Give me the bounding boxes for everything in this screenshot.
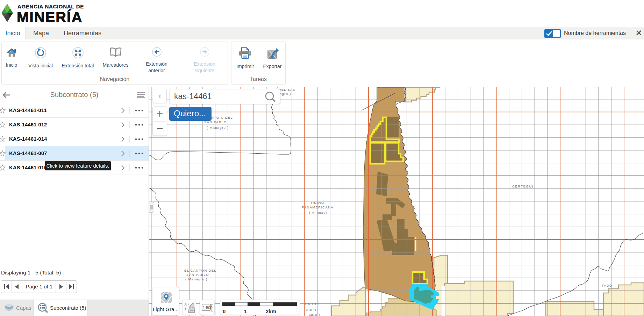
svg-text:( Managru ): ( Managru ) bbox=[207, 126, 229, 130]
svg-text:1:500: 1:500 bbox=[203, 306, 213, 310]
svg-text:agru ): agru ) bbox=[309, 313, 320, 316]
svg-text:TADO: TADO bbox=[602, 284, 613, 287]
svg-text:X: X bbox=[184, 302, 187, 306]
svg-text:UNION: UNION bbox=[311, 201, 324, 205]
svg-text:ON DEL: ON DEL bbox=[305, 302, 320, 306]
svg-text:ABLO: ABLO bbox=[306, 308, 317, 312]
svg-text:Y: Y bbox=[184, 307, 187, 311]
svg-text:SAN PABLO: SAN PABLO bbox=[186, 273, 209, 277]
svg-text:EL CANTON DEL: EL CANTON DEL bbox=[184, 269, 216, 272]
svg-text:( Animas): ( Animas) bbox=[309, 211, 327, 214]
svg-text:( Managru ): ( Managru ) bbox=[185, 277, 207, 281]
svg-text:agru ): agru ) bbox=[280, 92, 291, 96]
svg-text:PANAMERICANA: PANAMERICANA bbox=[302, 205, 334, 209]
svg-text:NTO N DEL: NTO N DEL bbox=[211, 116, 233, 119]
svg-text:CÉRTEGUI: CÉRTEGUI bbox=[512, 184, 534, 188]
